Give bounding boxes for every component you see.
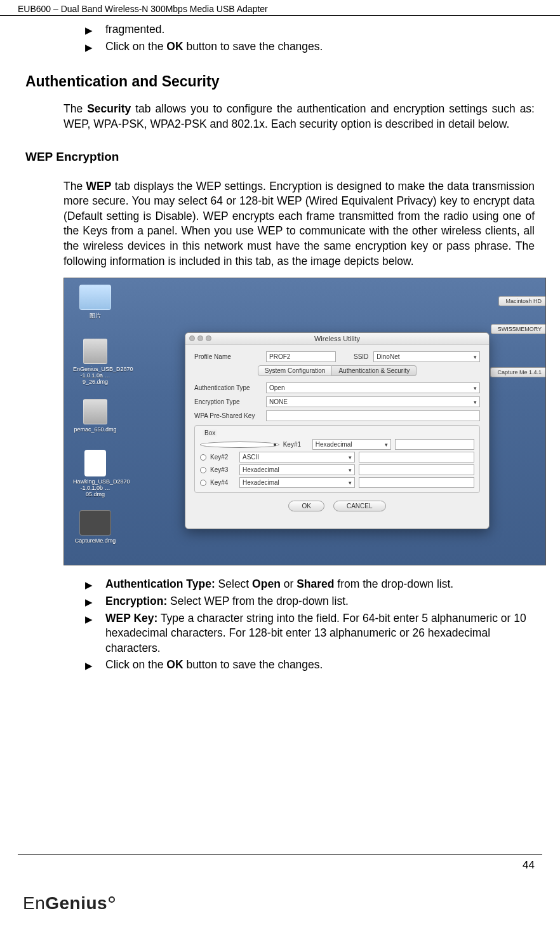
icon-label: CaptureMe.dmg (73, 537, 117, 544)
drive-label[interactable]: Macintosh HD (498, 296, 545, 306)
desktop-dmg-icon[interactable]: CaptureMe.dmg (73, 510, 117, 544)
key4-format-select[interactable]: Hexadecimal (239, 477, 355, 488)
dialog-body: Profile Name PROF2 SSID DinoNet System C… (185, 345, 489, 518)
page-number: 44 (523, 859, 535, 872)
key2-input[interactable] (359, 452, 474, 462)
auth-type-label: Authentication Type (194, 384, 261, 391)
key4-input[interactable] (359, 477, 474, 488)
bullet-arrow-icon: ▶ (85, 659, 93, 672)
ssid-select[interactable]: DinoNet (373, 351, 480, 362)
tab-system-configuration[interactable]: System Configuration (258, 365, 333, 376)
bullet-item: ▶ Encryption: Select WEP from the drop-d… (85, 594, 535, 609)
profile-row: Profile Name PROF2 SSID DinoNet (194, 351, 480, 362)
key1-format-select[interactable]: Hexadecimal (312, 439, 392, 450)
key3-radio[interactable] (200, 467, 206, 473)
key3-format-select[interactable]: Hexadecimal (239, 464, 355, 475)
heading-authentication-security: Authentication and Security (25, 73, 535, 90)
minimize-icon[interactable] (197, 335, 203, 341)
desktop-dmg-icon[interactable]: pemac_650.dmg (73, 399, 117, 433)
key-group: Box Key#1 Hexadecimal Key#2 ASCII (194, 425, 480, 493)
logo-prefix: En (23, 893, 45, 913)
key-row-4: Key#4 Hexadecimal (200, 477, 474, 488)
header-title: EUB600 – Dual Band Wireless-N 300Mbps Me… (18, 4, 268, 14)
key3-input[interactable] (359, 464, 474, 475)
group-legend: Box (203, 429, 217, 436)
encryption-row: Encryption Type NONE (194, 396, 480, 407)
disk-icon (83, 339, 107, 364)
icon-label: Hawking_USB_D2870 -1.0.1.0b … 05.dmg (73, 478, 117, 497)
key2-format-select[interactable]: ASCII (239, 452, 355, 462)
page-header: EUB600 – Dual Band Wireless-N 300Mbps Me… (0, 0, 560, 16)
logo-suffix: Genius (45, 893, 107, 913)
bullet-item: ▶ WEP Key: Type a character string into … (85, 611, 535, 656)
key4-radio[interactable] (200, 480, 206, 486)
key1-label: Key#1 (283, 441, 309, 448)
auth-type-row: Authentication Type Open (194, 382, 480, 393)
bullet-text: fragmented. (105, 22, 535, 37)
wireless-utility-dialog: Wireless Utility Profile Name PROF2 SSID… (185, 332, 490, 529)
bullet-item: ▶ fragmented. (85, 22, 535, 37)
auth-type-select[interactable]: Open (266, 382, 480, 393)
bullet-text: Encryption: Select WEP from the drop-dow… (105, 594, 535, 609)
folder-icon (79, 285, 111, 310)
tab-authentication-security[interactable]: Authentication & Security (332, 365, 417, 376)
desktop-file-icon[interactable]: Hawking_USB_D2870 -1.0.1.0b … 05.dmg (73, 450, 117, 497)
drive-label[interactable]: Capture Me 1.4.1 (490, 367, 545, 377)
engenius-logo: EnGenius (23, 893, 115, 914)
key-row-1: Key#1 Hexadecimal (200, 439, 474, 450)
bullet-arrow-icon: ▶ (85, 579, 93, 591)
key3-label: Key#3 (210, 466, 236, 473)
profile-name-input[interactable]: PROF2 (266, 351, 336, 362)
bullet-arrow-icon: ▶ (85, 613, 93, 626)
footer-rule (18, 854, 542, 855)
key2-label: Key#2 (210, 454, 236, 461)
disk-icon (83, 399, 107, 424)
bullet-arrow-icon: ▶ (85, 41, 93, 54)
paragraph-wep-description: The WEP tab displays the WEP settings. E… (63, 179, 535, 269)
paragraph-security-intro: The Security tab allows you to configure… (63, 102, 535, 132)
wpa-psk-input[interactable] (266, 410, 480, 421)
ok-button[interactable]: OK (288, 501, 324, 511)
file-icon (84, 450, 106, 476)
screenshot-figure: 图片 EnGenius_USB_D2870 -1.0.1.0a … 9_26.d… (63, 278, 546, 565)
wpa-row: WPA Pre-Shared Key (194, 410, 480, 421)
cancel-button[interactable]: CANCEL (333, 501, 386, 511)
key2-radio[interactable] (200, 454, 206, 461)
heading-wep-encryption: WEP Encryption (25, 150, 535, 164)
bullet-arrow-icon: ▶ (85, 596, 93, 609)
bullet-item: ▶ Click on the OK button to save the cha… (85, 39, 535, 55)
key4-label: Key#4 (210, 479, 236, 486)
key1-input[interactable] (395, 439, 474, 450)
bullet-text: WEP Key: Type a character string into th… (105, 611, 535, 656)
window-controls[interactable] (189, 335, 211, 341)
desktop-folder-icon[interactable]: 图片 (73, 285, 117, 320)
key-row-2: Key#2 ASCII (200, 452, 474, 462)
bullet-text: Click on the OK button to save the chang… (105, 658, 535, 673)
desktop-dmg-icon[interactable]: EnGenius_USB_D2870 -1.0.1.0a … 9_26.dmg (73, 339, 117, 385)
ssid-label: SSID (354, 353, 368, 360)
key1-radio[interactable] (200, 442, 279, 448)
icon-label: 图片 (73, 312, 117, 320)
key-row-3: Key#3 Hexadecimal (200, 464, 474, 475)
app-icon (79, 510, 111, 536)
zoom-icon[interactable] (206, 335, 211, 341)
dialog-buttons: OK CANCEL (194, 501, 480, 511)
dialog-tabs: System Configuration Authentication & Se… (194, 365, 480, 376)
encryption-select[interactable]: NONE (266, 396, 480, 407)
icon-label: EnGenius_USB_D2870 -1.0.1.0a … 9_26.dmg (73, 366, 117, 385)
logo-ring-icon (109, 896, 115, 903)
bullet-item: ▶ Click on the OK button to save the cha… (85, 658, 535, 673)
bullet-item: ▶ Authentication Type: Select Open or Sh… (85, 577, 535, 592)
encryption-label: Encryption Type (194, 398, 261, 405)
page-content: ▶ fragmented. ▶ Click on the OK button t… (0, 16, 560, 673)
close-icon[interactable] (189, 335, 195, 341)
bullet-text: Click on the OK button to save the chang… (105, 39, 535, 55)
bullet-arrow-icon: ▶ (85, 24, 93, 37)
icon-label: pemac_650.dmg (73, 426, 117, 433)
profile-name-label: Profile Name (194, 353, 261, 360)
drive-label[interactable]: SWISSMEMORY (491, 324, 545, 334)
bullet-text: Authentication Type: Select Open or Shar… (105, 577, 535, 592)
wpa-psk-label: WPA Pre-Shared Key (194, 412, 261, 419)
bottom-bullet-list: ▶ Authentication Type: Select Open or Sh… (85, 577, 535, 673)
dialog-title: Wireless Utility (185, 333, 489, 345)
